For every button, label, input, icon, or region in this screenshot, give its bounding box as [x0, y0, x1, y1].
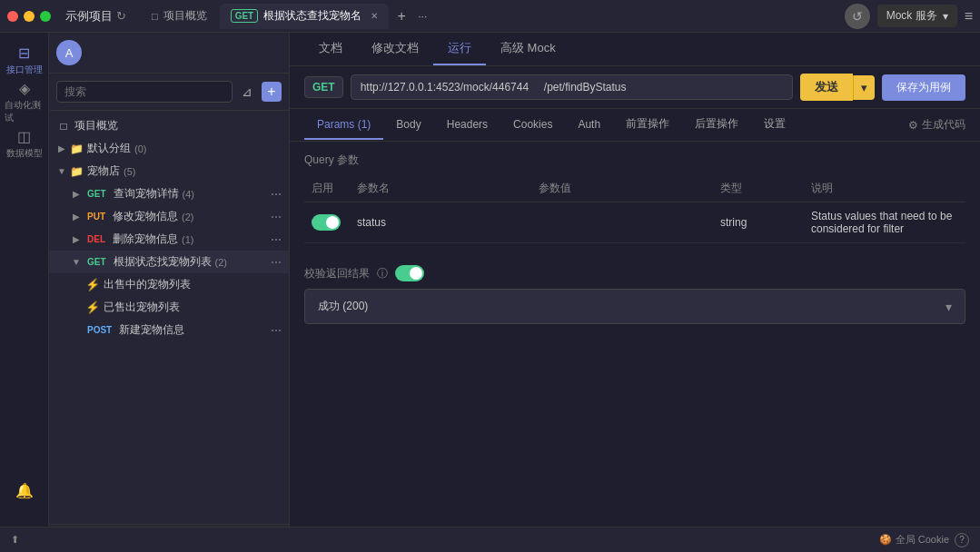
del-item-actions: ⋯ [271, 233, 282, 246]
send-button-group: 发送 ▾ [800, 74, 875, 101]
params-label: Params [317, 118, 354, 131]
method-selector[interactable]: GET [304, 76, 343, 98]
put-modify-count: (2) [182, 212, 193, 222]
minimize-button[interactable] [24, 11, 35, 22]
tree-item-put-modify[interactable]: ▶ PUT 修改宠物信息 (2) ⋯ [49, 205, 289, 228]
petstore-count: (5) [124, 166, 135, 177]
tab-api[interactable]: GET 根据状态查找宠物名 ✕ [220, 4, 390, 29]
interface-icon: ⊟ [18, 44, 30, 62]
params-tab-settings[interactable]: 设置 [751, 109, 798, 141]
arrow-icon: ▶ [56, 143, 67, 154]
datamodel-label: 数据模型 [6, 147, 43, 160]
tab-advanced-mock[interactable]: 高级 Mock [486, 33, 570, 65]
refresh-icon[interactable]: ↻ [116, 9, 126, 23]
lightning-icon-2: ⚡ [85, 301, 100, 314]
params-tab-pre-ops[interactable]: 前置操作 [613, 109, 682, 141]
tab-overview[interactable]: □ 项目概览 [141, 4, 218, 29]
close-button[interactable] [7, 11, 18, 22]
tab-run[interactable]: 运行 [433, 33, 486, 65]
sidebar-item-interface[interactable]: ⊟ 接口管理 [5, 40, 45, 80]
filter-button[interactable]: ⊿ [238, 83, 256, 101]
params-tab-cookies[interactable]: Cookies [500, 111, 565, 140]
tree-item-del-delete[interactable]: ▶ DEL 删除宠物信息 (1) ⋯ [49, 228, 289, 251]
generate-code-button[interactable]: ⚙ 生成代码 [908, 117, 965, 133]
param-enabled-toggle[interactable] [312, 214, 341, 231]
params-tab-params[interactable]: Params (1) [304, 111, 383, 140]
detail-arrow: ▶ [71, 189, 82, 200]
project-name-label: 示例项目 [65, 8, 113, 25]
chevron-down-icon: ▾ [945, 300, 952, 314]
sidebar-toolbar: ⊿ + [49, 74, 289, 111]
tree-item-case-selling[interactable]: ⚡ 出售中的宠物列表 [49, 273, 289, 296]
save-as-case-button[interactable]: 保存为用例 [882, 74, 965, 101]
send-dropdown-button[interactable]: ▾ [853, 75, 875, 100]
search-input[interactable] [56, 81, 233, 103]
tab-overview-label: 项目概览 [163, 8, 207, 24]
petstore-arrow-icon: ▼ [56, 166, 67, 177]
maximize-button[interactable] [40, 11, 51, 22]
tree: □ 项目概览 ▶ 📁 默认分组 (0) ▼ 📁 宠物店 (5) [49, 111, 289, 345]
sidebar-icons: ⊟ 接口管理 ◈ 自动化测试 ◫ 数据模型 🔔 ⚙ [0, 33, 49, 552]
case-sold-label: 已售出宠物列表 [104, 300, 180, 315]
url-input[interactable] [351, 74, 793, 100]
tree-item-post-new[interactable]: POST 新建宠物信息 ⋯ [49, 319, 289, 341]
lightning-icon: ⚡ [85, 278, 100, 291]
table-row: status string Status values that need to… [304, 202, 965, 243]
validate-result-row[interactable]: 成功 (200) ▾ [304, 289, 965, 324]
params-tab-post-ops[interactable]: 后置操作 [682, 109, 751, 141]
interface-label: 接口管理 [6, 64, 43, 76]
tree-item-case-sold[interactable]: ⚡ 已售出宠物列表 [49, 296, 289, 319]
mock-service-selector[interactable]: Mock 服务 ▾ [877, 5, 957, 27]
params-tab-headers[interactable]: Headers [434, 111, 500, 140]
get-bystatus-method-tag: GET [84, 256, 110, 268]
tree-item-default-group[interactable]: ▶ 📁 默认分组 (0) [49, 137, 289, 160]
help-icon[interactable]: ? [955, 533, 969, 547]
url-bar: GET 发送 ▾ 保存为用例 [290, 66, 980, 109]
send-button[interactable]: 发送 [800, 74, 853, 101]
validate-result-text: 成功 (200) [318, 299, 368, 314]
autotest-label: 自动化测试 [5, 99, 45, 124]
cookie-label: 全局 Cookie [896, 533, 949, 547]
col-enabled: 启用 [304, 175, 350, 202]
post-item-actions: ⋯ [271, 324, 282, 337]
get-detail-count: (4) [183, 189, 194, 200]
get-bystatus-label: 根据状态找宠物列表 [114, 254, 212, 270]
tree-item-get-bystatus[interactable]: ▼ GET 根据状态找宠物列表 (2) ⋯ [49, 251, 289, 273]
sidebar-item-autotest[interactable]: ◈ 自动化测试 [5, 82, 45, 122]
item-actions: ⋯ [271, 188, 282, 201]
validate-toggle[interactable] [395, 265, 424, 281]
mock-service-label: Mock 服务 [886, 8, 937, 24]
tab-close-icon[interactable]: ✕ [371, 11, 378, 21]
sidebar-item-notification[interactable]: 🔔 [5, 470, 45, 510]
tree-item-petstore[interactable]: ▼ 📁 宠物店 (5) [49, 160, 289, 182]
tab-docs[interactable]: 文档 [304, 33, 357, 65]
overview-tree-icon: □ [56, 119, 71, 133]
get-method-tag: GET [84, 188, 110, 200]
tab-add-button[interactable]: + [391, 5, 412, 27]
param-value-cell[interactable] [531, 202, 713, 243]
param-type-cell: string [713, 202, 804, 243]
tree-item-overview[interactable]: □ 项目概览 [49, 114, 289, 137]
cookie-icon: 🍪 [879, 534, 892, 546]
param-name-cell[interactable]: status [350, 202, 531, 243]
history-icon[interactable]: ↺ [845, 4, 870, 29]
put-modify-label: 修改宠物信息 [113, 209, 178, 224]
sidebar-item-datamodel[interactable]: ◫ 数据模型 [5, 123, 45, 163]
datamodel-icon: ◫ [17, 128, 31, 145]
toggle-thumb [326, 216, 339, 229]
cookie-button[interactable]: 🍪 全局 Cookie [879, 533, 949, 547]
params-tab-auth[interactable]: Auth [565, 111, 613, 140]
menu-button[interactable]: ≡ [965, 8, 973, 25]
params-table: 启用 参数名 参数值 类型 说明 status [304, 175, 965, 243]
petstore-folder-icon: 📁 [69, 164, 84, 179]
tab-more-button[interactable]: ··· [418, 10, 427, 23]
add-button[interactable]: + [262, 82, 282, 102]
tab-edit-docs[interactable]: 修改文档 [357, 33, 433, 65]
params-tabs: Params (1) Body Headers Cookies Auth 前置操… [290, 109, 980, 142]
params-tab-body[interactable]: Body [383, 111, 433, 140]
del-delete-label: 删除宠物信息 [113, 232, 178, 247]
titlebar: 示例项目 ↻ □ 项目概览 GET 根据状态查找宠物名 ✕ + ··· ↺ Mo… [0, 0, 980, 33]
param-description-cell: Status values that need to be considered… [804, 202, 965, 243]
tree-item-get-detail[interactable]: ▶ GET 查询宠物详情 (4) ⋯ [49, 182, 289, 205]
delete-arrow: ▶ [71, 234, 82, 245]
